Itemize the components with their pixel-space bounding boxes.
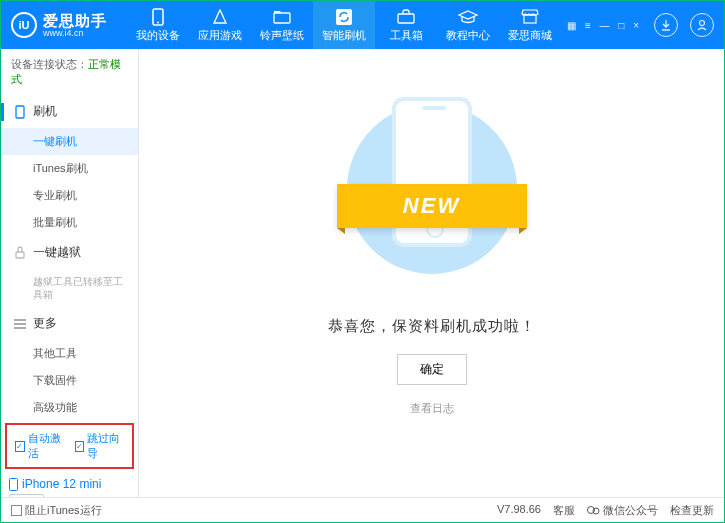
- phone-icon: [9, 478, 18, 491]
- nav-label: 铃声壁纸: [260, 28, 304, 43]
- sidebar-item-itunes[interactable]: iTunes刷机: [1, 155, 138, 182]
- svg-rect-8: [16, 252, 24, 258]
- svg-rect-5: [524, 15, 536, 23]
- nav-label: 我的设备: [136, 28, 180, 43]
- sidebar-heading-flash[interactable]: 刷机: [1, 95, 69, 128]
- nav-ringtone[interactable]: 铃声壁纸: [251, 1, 313, 49]
- logo-icon: iU: [11, 12, 37, 38]
- svg-point-6: [700, 21, 705, 26]
- wechat-icon: [587, 505, 600, 516]
- new-banner: NEW: [337, 184, 527, 228]
- lock-icon: [13, 246, 27, 260]
- checkbox-icon: ✓: [15, 441, 25, 452]
- toolbox-icon: [395, 8, 417, 26]
- app-title: 爱思助手: [43, 13, 107, 28]
- sidebar-item-oneclick[interactable]: 一键刷机: [1, 128, 138, 155]
- confirm-button[interactable]: 确定: [397, 354, 467, 385]
- nav-label: 工具箱: [390, 28, 423, 43]
- nav-tutorial[interactable]: 教程中心: [437, 1, 499, 49]
- svg-point-1: [157, 21, 159, 23]
- svg-rect-2: [274, 13, 290, 23]
- service-link[interactable]: 客服: [553, 503, 575, 518]
- main-content: NEW 恭喜您，保资料刷机成功啦！ 确定 查看日志: [139, 49, 724, 497]
- heading-label: 刷机: [33, 103, 57, 120]
- svg-rect-4: [398, 14, 414, 23]
- main-nav: 我的设备 应用游戏 铃声壁纸 智能刷机 工具箱 教程中心: [127, 1, 567, 49]
- cb-label: 阻止iTunes运行: [25, 503, 102, 518]
- nav-label: 爱思商城: [508, 28, 552, 43]
- sidebar-heading-jailbreak[interactable]: 一键越狱: [1, 236, 138, 269]
- checkbox-skip-guide[interactable]: ✓ 跳过向导: [75, 431, 125, 461]
- cb-label: 自动激活: [28, 431, 65, 461]
- sidebar-item-pro[interactable]: 专业刷机: [1, 182, 138, 209]
- nav-store[interactable]: 爱思商城: [499, 1, 561, 49]
- status-bar: 阻止iTunes运行 V7.98.66 客服 微信公众号 检查更新: [1, 497, 724, 522]
- sidebar: 设备连接状态：正常模式 刷机 一键刷机 iTunes刷机 专业刷机 批量刷机: [1, 49, 139, 497]
- jailbreak-note: 越狱工具已转移至工具箱: [1, 269, 138, 307]
- store-icon: [519, 8, 541, 26]
- checkbox-icon: ✓: [75, 441, 85, 452]
- phone-icon: [147, 8, 169, 26]
- download-icon[interactable]: [654, 13, 678, 37]
- folder-icon: [271, 8, 293, 26]
- sidebar-item-other[interactable]: 其他工具: [1, 340, 138, 367]
- nav-toolbox[interactable]: 工具箱: [375, 1, 437, 49]
- svg-rect-3: [336, 9, 352, 25]
- menu-icon: [13, 317, 27, 331]
- cb-label: 跳过向导: [87, 431, 124, 461]
- phone-icon: [13, 105, 27, 119]
- app-header: iU 爱思助手 www.i4.cn 我的设备 应用游戏 铃声壁纸 智能刷机: [1, 1, 724, 49]
- version-label: V7.98.66: [497, 503, 541, 518]
- checkbox-block-itunes[interactable]: 阻止iTunes运行: [11, 503, 102, 518]
- heading-label: 更多: [33, 315, 57, 332]
- sidebar-item-firmware[interactable]: 下载固件: [1, 367, 138, 394]
- device-name: iPhone 12 mini: [9, 477, 130, 491]
- device-panel[interactable]: iPhone 12 mini 64GB Down-12mini-13,1: [1, 471, 138, 497]
- view-log-link[interactable]: 查看日志: [410, 401, 454, 416]
- user-icon[interactable]: [690, 13, 714, 37]
- checkbox-icon: [11, 505, 22, 516]
- options-highlight-box: ✓ 自动激活 ✓ 跳过向导: [5, 423, 134, 469]
- sidebar-item-advanced[interactable]: 高级功能: [1, 394, 138, 421]
- nav-label: 教程中心: [446, 28, 490, 43]
- nav-flash[interactable]: 智能刷机: [313, 1, 375, 49]
- wechat-link[interactable]: 微信公众号: [587, 503, 658, 518]
- sidebar-heading-more[interactable]: 更多: [1, 307, 138, 340]
- graduation-icon: [457, 8, 479, 26]
- window-controls[interactable]: ▦ ≡ — □ ×: [567, 20, 642, 31]
- app-subtitle: www.i4.cn: [43, 28, 107, 38]
- nav-label: 应用游戏: [198, 28, 242, 43]
- nav-apps[interactable]: 应用游戏: [189, 1, 251, 49]
- success-illustration: NEW: [342, 89, 522, 289]
- apps-icon: [209, 8, 231, 26]
- nav-label: 智能刷机: [322, 28, 366, 43]
- svg-rect-7: [16, 106, 24, 118]
- svg-rect-12: [10, 478, 18, 490]
- nav-my-device[interactable]: 我的设备: [127, 1, 189, 49]
- checkbox-auto-activate[interactable]: ✓ 自动激活: [15, 431, 65, 461]
- check-update-link[interactable]: 检查更新: [670, 503, 714, 518]
- logo-box: iU 爱思助手 www.i4.cn: [11, 12, 107, 38]
- sidebar-item-batch[interactable]: 批量刷机: [1, 209, 138, 236]
- heading-label: 一键越狱: [33, 244, 81, 261]
- device-status: 设备连接状态：正常模式: [1, 49, 138, 95]
- success-message: 恭喜您，保资料刷机成功啦！: [328, 317, 536, 336]
- refresh-icon: [333, 8, 355, 26]
